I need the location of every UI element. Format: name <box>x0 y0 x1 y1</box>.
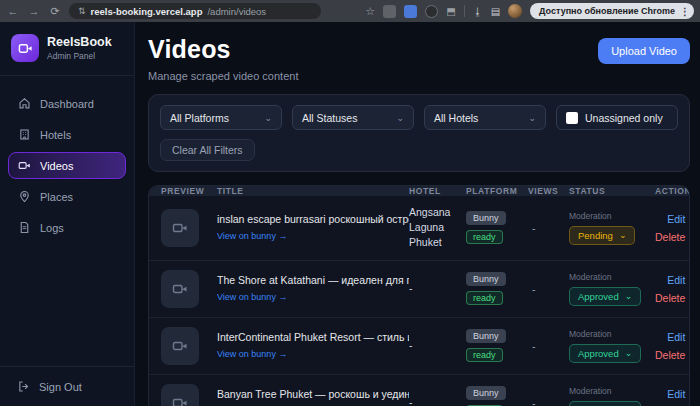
sign-out-button[interactable]: Sign Out <box>0 366 134 406</box>
hotel-cell: - <box>409 281 466 296</box>
back-icon[interactable]: ← <box>6 5 20 17</box>
unassigned-only-toggle[interactable]: Unassigned only <box>556 105 678 130</box>
video-thumbnail[interactable] <box>161 209 199 247</box>
delete-link[interactable]: Delete <box>655 231 685 243</box>
platform-filter-select[interactable]: All Platforms ⌄ <box>160 105 282 130</box>
sidebar-item-dashboard[interactable]: Dashboard <box>8 90 126 117</box>
chevron-down-icon: ⌄ <box>396 113 404 123</box>
delete-link[interactable]: Delete <box>655 349 685 361</box>
video-thumbnail[interactable] <box>161 327 199 365</box>
reelsbook-logo-icon <box>11 34 39 62</box>
page-subtitle: Manage scraped video content <box>148 70 298 82</box>
sidebar-item-label: Logs <box>40 222 64 234</box>
forward-icon[interactable]: → <box>27 5 41 17</box>
sidebar-item-videos[interactable]: Videos <box>8 152 126 179</box>
video-camera-icon <box>172 281 188 297</box>
menu-kebab-icon[interactable]: ⋮ <box>680 6 690 17</box>
edit-link[interactable]: Edit <box>655 331 685 343</box>
unassigned-label: Unassigned only <box>585 112 663 124</box>
unassigned-checkbox[interactable] <box>566 112 578 124</box>
sidebar-item-label: Videos <box>40 160 73 172</box>
moderation-status-select[interactable]: Approved ⌄ <box>569 287 641 306</box>
filters-panel: All Platforms ⌄ All Statuses ⌄ All Hotel… <box>148 94 690 172</box>
reading-list-icon[interactable]: ▤ <box>491 6 500 17</box>
video-title: Banyan Tree Phuket — роскошь и уедине... <box>217 388 409 400</box>
edit-link[interactable]: Edit <box>655 213 685 225</box>
video-camera-icon <box>18 159 31 172</box>
sign-out-icon <box>17 380 30 393</box>
home-icon <box>18 97 31 110</box>
moderation-status-value: Approved <box>578 348 619 359</box>
ready-badge: ready <box>466 291 503 305</box>
view-on-bunny-link[interactable]: View on bunny → <box>217 231 287 241</box>
brand-name: ReelsBook <box>47 35 112 49</box>
moderation-status-select[interactable]: Pending ⌄ <box>569 226 635 245</box>
platform-badge: Bunny <box>466 211 506 225</box>
column-header-hotel: HOTEL <box>409 186 466 196</box>
platform-badge: Bunny <box>466 272 506 286</box>
sidebar-item-label: Hotels <box>40 129 71 141</box>
hotel-cell: - <box>409 395 466 406</box>
reload-icon[interactable]: ⟳ <box>48 5 62 18</box>
document-icon <box>18 221 31 234</box>
table-row: inslan escape burrasari роскошный остров… <box>149 196 689 261</box>
url-bar[interactable]: ⇅ reels-booking.vercel.app /admin/videos <box>69 3 321 19</box>
profile-avatar[interactable] <box>508 4 522 18</box>
video-camera-icon <box>172 338 188 354</box>
views-cell: - <box>528 283 569 295</box>
sidebar-item-hotels[interactable]: Hotels <box>8 121 126 148</box>
table-row: Banyan Tree Phuket — роскошь и уедине...… <box>149 375 689 406</box>
view-on-bunny-link[interactable]: View on bunny → <box>217 349 287 359</box>
table-row: InterContinental Phuket Resort — стиль и… <box>149 318 689 375</box>
chevron-down-icon: ⌄ <box>264 113 272 123</box>
sidebar-item-label: Dashboard <box>40 98 94 110</box>
url-path: /admin/videos <box>207 6 266 17</box>
status-filter-select[interactable]: All Statuses ⌄ <box>292 105 414 130</box>
ready-badge: ready <box>466 230 503 244</box>
extension-icon[interactable] <box>425 5 438 18</box>
moderation-label: Moderation <box>569 329 655 339</box>
bookmark-star-icon[interactable]: ☆ <box>365 5 375 18</box>
table-header-row: PREVIEW TITLE HOTEL PLATFORM VIEWS STATU… <box>149 186 689 196</box>
views-cell: - <box>528 222 569 234</box>
extension-icon[interactable] <box>383 5 396 18</box>
chevron-down-icon: ⌄ <box>619 230 627 240</box>
column-header-views: VIEWS <box>528 186 569 196</box>
video-camera-icon <box>172 395 188 406</box>
sidebar-item-places[interactable]: Places <box>8 183 126 210</box>
building-icon <box>18 128 31 141</box>
video-thumbnail[interactable] <box>161 384 199 406</box>
brand: ReelsBook Admin Panel <box>0 22 134 76</box>
url-domain: reels-booking.vercel.app <box>91 6 203 17</box>
hotel-cell: Angsana Laguna Phuket <box>409 205 466 251</box>
sidebar-item-logs[interactable]: Logs <box>8 214 126 241</box>
delete-link[interactable]: Delete <box>655 292 685 304</box>
clear-all-filters-button[interactable]: Clear All Filters <box>160 139 255 161</box>
view-on-bunny-link[interactable]: View on bunny → <box>217 292 287 302</box>
column-header-actions: ACTIONS <box>655 186 690 196</box>
chevron-down-icon: ⌄ <box>625 348 633 358</box>
extension-icon[interactable] <box>404 5 417 18</box>
downloads-icon[interactable]: ⭳ <box>473 6 483 17</box>
hotel-filter-select[interactable]: All Hotels ⌄ <box>424 105 546 130</box>
sidebar: ReelsBook Admin Panel Dashboard Hotels <box>0 22 135 406</box>
moderation-status-select[interactable]: Approved ⌄ <box>569 401 641 406</box>
moderation-status-select[interactable]: Approved ⌄ <box>569 344 641 363</box>
video-thumbnail[interactable] <box>161 270 199 308</box>
moderation-status-value: Approved <box>578 291 619 302</box>
moderation-label: Moderation <box>569 386 655 396</box>
extensions-puzzle-icon[interactable]: ⬒ <box>446 6 455 17</box>
moderation-status-value: Pending <box>578 230 613 241</box>
edit-link[interactable]: Edit <box>655 274 685 286</box>
column-header-preview: PREVIEW <box>161 186 217 196</box>
site-settings-icon[interactable]: ⇅ <box>78 6 86 16</box>
videos-table: PREVIEW TITLE HOTEL PLATFORM VIEWS STATU… <box>148 185 690 406</box>
table-body: inslan escape burrasari роскошный остров… <box>149 196 689 406</box>
upload-video-button[interactable]: Upload Video <box>598 38 690 64</box>
sign-out-label: Sign Out <box>39 381 82 393</box>
views-cell: - <box>528 340 569 352</box>
page-title: Videos <box>148 35 298 64</box>
chrome-update-button[interactable]: Доступно обновление Chrome ⋮ <box>530 3 694 19</box>
edit-link[interactable]: Edit <box>655 388 685 400</box>
video-title: The Shore at Katathani — идеален для пар <box>217 274 409 286</box>
